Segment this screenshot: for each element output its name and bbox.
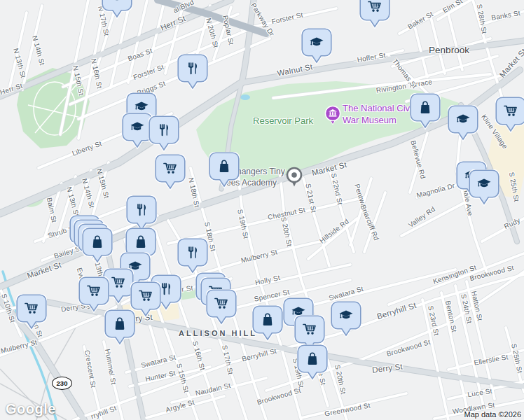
shopping-bag-marker[interactable]: [297, 344, 328, 384]
restaurant-marker[interactable]: [177, 54, 208, 93]
shopping-bag-marker[interactable]: [252, 305, 283, 344]
school-marker[interactable]: [301, 28, 332, 67]
shopping-cart-marker[interactable]: [495, 97, 524, 136]
shopping-cart-marker[interactable]: [206, 289, 237, 328]
shopping-bag-marker[interactable]: [82, 227, 113, 267]
map-markers-layer: [0, 0, 524, 420]
shopping-bag-marker[interactable]: [410, 93, 441, 132]
museum-poi-pin[interactable]: [322, 104, 353, 144]
restaurant-marker[interactable]: [177, 238, 208, 277]
shopping-bag-marker[interactable]: [209, 152, 240, 191]
school-marker[interactable]: [448, 105, 478, 144]
map-attribution: Map data ©2026: [464, 410, 522, 419]
map-canvas[interactable]: Herr StHerr Stal BlvdN 13th StN 14th StN…: [0, 0, 524, 420]
shopping-cart-marker[interactable]: [155, 154, 186, 193]
school-marker[interactable]: [469, 169, 499, 209]
restaurant-marker[interactable]: [149, 115, 179, 155]
shopping-bag-marker[interactable]: [104, 309, 135, 349]
google-logo[interactable]: Google: [6, 401, 56, 417]
school-marker[interactable]: [331, 301, 361, 340]
route-230-shield: 230: [52, 377, 72, 390]
shopping-cart-marker[interactable]: [359, 0, 390, 31]
location-pin[interactable]: [284, 167, 315, 206]
shopping-cart-marker[interactable]: [16, 294, 47, 333]
school-marker[interactable]: [102, 0, 132, 22]
